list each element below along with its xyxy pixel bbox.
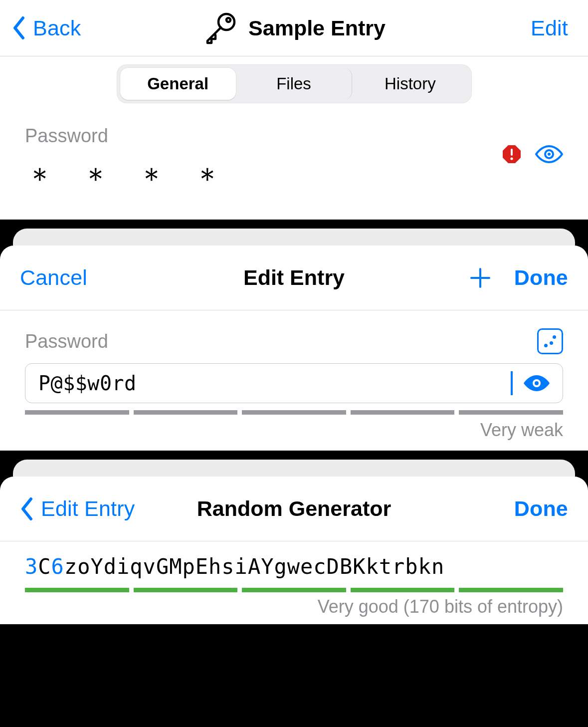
- tab-label: History: [385, 74, 436, 93]
- chevron-left-icon: [20, 497, 34, 521]
- reveal-password-icon[interactable]: [523, 374, 551, 392]
- password-masked[interactable]: ＊ ＊ ＊ ＊: [25, 159, 563, 199]
- password-field: Password ＊ ＊ ＊ ＊: [0, 103, 588, 199]
- entry-view-screen: Back Sample Entry Edit General Files His…: [0, 0, 588, 220]
- back-button[interactable]: Back: [12, 16, 81, 40]
- tab-files[interactable]: Files: [236, 68, 352, 100]
- navbar: Cancel Edit Entry Done: [0, 245, 588, 310]
- tab-label: Files: [276, 74, 311, 93]
- generated-password[interactable]: 3C6zoYdiqvGMpEhsiAYgwecDBKktrbkn: [25, 554, 563, 579]
- random-generator-screen: Edit Entry Random Generator Done 3C6zoYd…: [0, 477, 588, 624]
- back-button[interactable]: Edit Entry: [20, 496, 135, 521]
- navbar: Edit Entry Random Generator Done: [0, 477, 588, 541]
- dice-icon: [550, 341, 553, 345]
- password-label: Password: [25, 331, 537, 352]
- done-button[interactable]: Done: [514, 496, 568, 521]
- svg-rect-3: [511, 149, 513, 156]
- password-strength-label: Very weak: [25, 420, 563, 451]
- cancel-button[interactable]: Cancel: [20, 265, 87, 290]
- tab-label: General: [147, 74, 208, 93]
- svg-point-6: [548, 153, 551, 156]
- edit-button[interactable]: Edit: [531, 16, 568, 40]
- dice-icon: [544, 344, 548, 347]
- reveal-password-icon[interactable]: [535, 144, 563, 164]
- dice-icon: [553, 335, 556, 339]
- password-input-wrap: [25, 363, 563, 403]
- generate-password-button[interactable]: [537, 328, 563, 354]
- password-strength-meter: [25, 410, 563, 415]
- navbar: Back Sample Entry Edit: [0, 0, 588, 56]
- tab-general[interactable]: General: [120, 68, 236, 100]
- add-button[interactable]: [469, 267, 491, 289]
- text-caret: [511, 371, 513, 395]
- tab-history[interactable]: History: [352, 68, 468, 100]
- key-icon: [202, 10, 238, 46]
- password-label: Password: [25, 125, 563, 147]
- back-label: Edit Entry: [41, 496, 135, 521]
- password-strength-meter: [25, 588, 563, 592]
- edit-entry-screen: Cancel Edit Entry Done Password: [0, 245, 588, 451]
- svg-point-1: [226, 18, 230, 22]
- svg-point-10: [535, 381, 539, 385]
- password-warning-icon[interactable]: [502, 145, 521, 164]
- password-input[interactable]: [37, 371, 511, 395]
- back-label: Back: [33, 16, 81, 40]
- page-title: Sample Entry: [248, 16, 386, 40]
- entry-tabs: General Files History: [117, 64, 472, 103]
- svg-point-0: [218, 14, 234, 30]
- svg-point-4: [510, 157, 513, 160]
- password-strength-label: Very good (170 bits of entropy): [25, 596, 563, 622]
- done-button[interactable]: Done: [514, 265, 568, 290]
- chevron-left-icon: [12, 16, 26, 40]
